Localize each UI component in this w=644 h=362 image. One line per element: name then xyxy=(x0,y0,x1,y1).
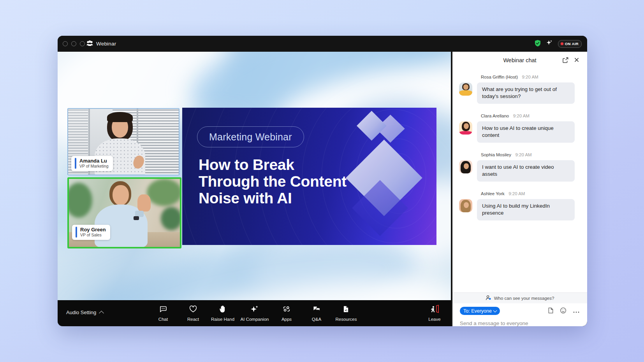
chat-bubble: Using AI to build my LinkedIn presence xyxy=(477,199,575,220)
chat-author: Clara Arellano xyxy=(481,114,509,118)
person-privacy-icon xyxy=(486,295,491,301)
toolbar-label: AI Companion xyxy=(241,317,269,322)
toolbar-button-apps[interactable]: Apps xyxy=(282,304,292,322)
close-icon[interactable] xyxy=(574,57,580,65)
chat-bubble-icon xyxy=(158,304,168,314)
chat-bubble: What are you trying to get out of today'… xyxy=(477,82,575,104)
toolbar-button-ai-companion[interactable]: AI Companion xyxy=(241,304,269,322)
shield-check-icon[interactable] xyxy=(535,40,541,48)
chat-composer: To: Everyone xyxy=(452,303,587,326)
chat-message: Sophia Mosiley 9:20 AM I want to use AI … xyxy=(452,151,587,182)
chat-bubble: I want to use AI to create video assets xyxy=(477,160,575,182)
toolbar-label: Apps xyxy=(282,317,292,322)
window-titlebar: Webinar ON AIR xyxy=(58,36,587,52)
audio-setting-button[interactable]: Audio Setting xyxy=(66,310,103,315)
on-air-label: ON AIR xyxy=(565,42,579,46)
composer-actions xyxy=(548,307,580,315)
slide-title-line-2: Through the Content xyxy=(199,173,347,190)
chat-timestamp: 9:20 AM xyxy=(522,75,538,79)
chat-message-meta: Sophia Mosiley 9:20 AM xyxy=(452,151,587,158)
toolbar-label: Q&A xyxy=(312,317,321,322)
webinar-chat-panel: Webinar chat xyxy=(452,52,587,326)
chat-author: Ashlee York xyxy=(481,191,505,196)
chat-message-meta: Clara Arellano 9:20 AM xyxy=(452,112,587,119)
toolbar-button-raise-hand[interactable]: Raise Hand xyxy=(211,304,234,322)
shared-screen-slide[interactable]: Marketing Webinar How to Break Through t… xyxy=(182,108,436,245)
chat-timestamp: 9:20 AM xyxy=(515,152,531,157)
chat-timestamp: 9:20 AM xyxy=(513,114,530,118)
maximize-window-button[interactable] xyxy=(80,41,85,46)
question-answer-icon xyxy=(312,304,321,314)
avatar xyxy=(459,199,472,212)
participant-name: Amanda Lu xyxy=(79,158,109,164)
avatar xyxy=(459,82,472,96)
chevron-down-icon xyxy=(493,308,497,312)
chat-author: Rosa Griffin (Host) xyxy=(481,75,518,79)
chat-message: Clara Arellano 9:20 AM How to use AI to … xyxy=(452,112,587,143)
toolbar-label: Raise Hand xyxy=(211,317,234,322)
chat-panel-header: Webinar chat xyxy=(452,52,587,69)
recipient-selector[interactable]: To: Everyone xyxy=(460,307,500,315)
heart-icon xyxy=(188,304,198,314)
chat-message-meta: Rosa Griffin (Host) 9:20 AM xyxy=(452,73,587,80)
avatar xyxy=(459,160,472,173)
privacy-note-label: Who can see your messages? xyxy=(494,296,554,301)
minimize-window-button[interactable] xyxy=(71,41,76,46)
file-icon[interactable] xyxy=(548,307,554,315)
pop-out-icon[interactable] xyxy=(562,57,569,65)
slide-eyebrow-text: Marketing Webinar xyxy=(209,131,292,143)
slide-content: Marketing Webinar How to Break Through t… xyxy=(182,108,436,245)
toolbar-label: Resources xyxy=(336,317,357,322)
slide-title-line-3: Noise with AI xyxy=(199,190,347,206)
message-input[interactable]: Send a message to everyone xyxy=(460,320,580,326)
webinar-app-window: Webinar ON AIR xyxy=(58,36,587,326)
nametag-accent-bar xyxy=(76,227,77,238)
sparkle-icon xyxy=(250,304,259,314)
document-icon xyxy=(341,304,351,314)
toolbar-button-chat[interactable]: Chat xyxy=(158,304,168,322)
chat-message: Ashlee York 9:20 AM Using AI to build my… xyxy=(452,190,587,220)
chat-bubble: How to use AI to create unique content xyxy=(477,121,575,143)
record-dot-icon xyxy=(561,42,563,45)
people-icon xyxy=(86,40,93,48)
participant-role: VP of Marketing xyxy=(79,164,109,169)
participant-nametag: Amanda Lu VP of Marketing xyxy=(71,156,113,171)
toolbar-button-resources[interactable]: Resources xyxy=(336,304,357,322)
slide-eyebrow-pill: Marketing Webinar xyxy=(197,126,304,147)
recipient-label: To: Everyone xyxy=(463,308,492,314)
toolbar-button-leave[interactable]: Leave xyxy=(428,304,440,322)
chevron-up-icon xyxy=(99,311,104,316)
participant-role: VP of Sales xyxy=(80,233,106,238)
chat-timestamp: 9:20 AM xyxy=(509,191,525,196)
more-options-icon[interactable] xyxy=(573,308,580,315)
window-controls[interactable] xyxy=(63,41,85,46)
window-title: Webinar xyxy=(96,41,116,47)
meeting-toolbar: Audio Setting Chat xyxy=(58,300,451,326)
sparkle-icon[interactable] xyxy=(546,40,553,48)
audio-setting-label: Audio Setting xyxy=(66,310,96,315)
close-window-button[interactable] xyxy=(63,41,68,46)
avatar xyxy=(459,121,472,135)
chat-message: Rosa Griffin (Host) 9:20 AM What are you… xyxy=(452,73,587,104)
toolbar-button-qa[interactable]: Q&A xyxy=(312,304,321,322)
who-can-see-messages-link[interactable]: Who can see your messages? xyxy=(452,292,587,303)
nametag-accent-bar xyxy=(75,158,76,169)
leave-door-icon xyxy=(429,304,440,314)
participant-nametag: Roy Green VP of Sales xyxy=(72,225,110,240)
apps-icon xyxy=(282,304,291,314)
titlebar-status-cluster: ON AIR xyxy=(535,36,582,52)
chat-message-list[interactable]: Rosa Griffin (Host) 9:20 AM What are you… xyxy=(452,69,587,292)
toolbar-label: React xyxy=(187,317,199,322)
participant-tile[interactable]: Amanda Lu VP of Marketing xyxy=(67,108,179,175)
toolbar-label: Chat xyxy=(158,317,168,322)
participant-tile-active-speaker[interactable]: Roy Green VP of Sales xyxy=(67,177,181,248)
slide-title: How to Break Through the Content Noise w… xyxy=(199,156,347,206)
toolbar-button-react[interactable]: React xyxy=(187,304,199,322)
slide-title-line-1: How to Break xyxy=(199,156,347,173)
chat-message-meta: Ashlee York 9:20 AM xyxy=(452,190,587,197)
raised-hand-icon xyxy=(218,304,227,314)
on-air-badge: ON AIR xyxy=(558,40,582,48)
desktop-background: Webinar ON AIR xyxy=(0,0,644,362)
emoji-icon[interactable] xyxy=(560,307,567,315)
toolbar-label: Leave xyxy=(428,317,440,322)
